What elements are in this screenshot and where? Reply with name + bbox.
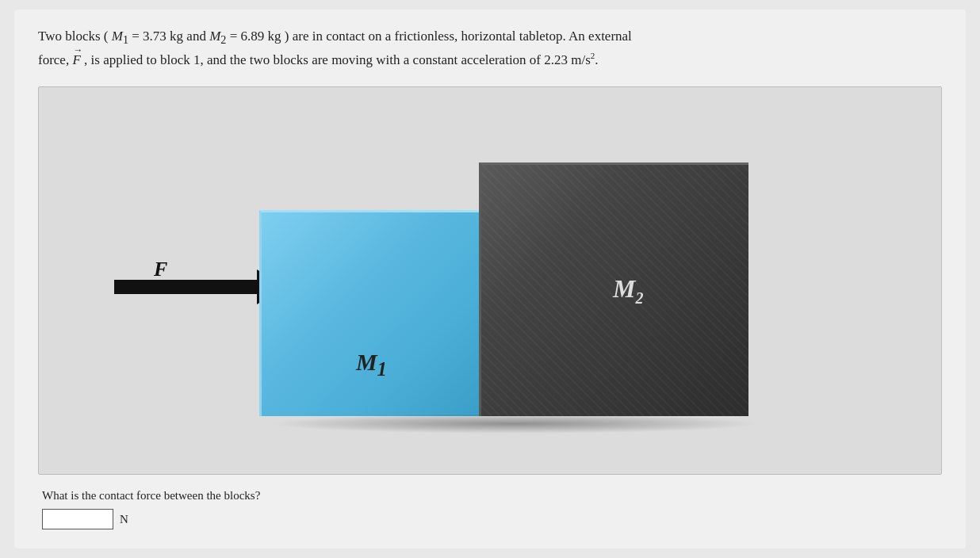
block-m1: M1 (259, 210, 481, 416)
answer-input[interactable] (42, 509, 113, 529)
block-m2-label: M2 (613, 274, 643, 307)
problem-line2: force, F , is applied to block 1, and th… (38, 52, 599, 67)
problem-description: Two blocks ( M1 = 3.73 kg and M2 = 6.89 … (38, 25, 942, 71)
answer-row: N (42, 509, 942, 529)
unit-label: N (120, 513, 128, 526)
question-section: What is the contact force between the bl… (38, 489, 942, 529)
question-text: What is the contact force between the bl… (42, 489, 942, 503)
main-container: Two blocks ( M1 = 3.73 kg and M2 = 6.89 … (14, 10, 966, 548)
block-shadow (269, 414, 760, 434)
arrow-shaft (114, 280, 257, 294)
block-m2: M2 (479, 162, 748, 416)
problem-line1: Two blocks ( M1 = 3.73 kg and M2 = 6.89 … (38, 29, 632, 44)
diagram-area: F M1 M2 (38, 86, 942, 475)
block-m1-label: M1 (356, 349, 387, 380)
